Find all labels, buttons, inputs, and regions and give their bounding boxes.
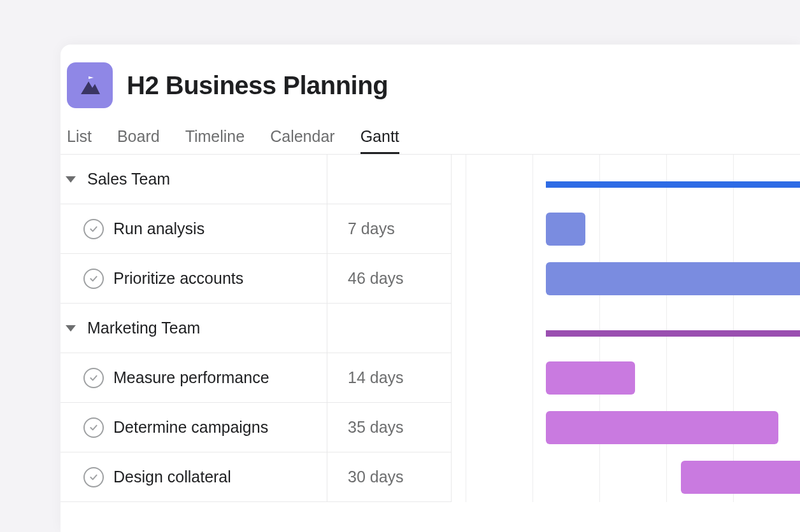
tab-list[interactable]: List xyxy=(67,127,92,154)
gantt-summary-bar[interactable] xyxy=(546,181,800,188)
group-name: Marketing Team xyxy=(87,319,200,337)
mountain-flag-icon xyxy=(77,73,103,98)
task-row[interactable]: Measure performance xyxy=(61,353,327,403)
duration-cell: 14 days xyxy=(327,353,451,403)
task-name: Prioritize accounts xyxy=(113,269,243,288)
duration-cell xyxy=(327,155,451,204)
task-row[interactable]: Run analysis xyxy=(61,204,327,254)
task-name: Run analysis xyxy=(113,220,204,238)
check-circle-icon[interactable] xyxy=(83,368,104,388)
task-name: Design collateral xyxy=(113,468,231,486)
gantt-summary-bar[interactable] xyxy=(546,330,800,337)
tab-board[interactable]: Board xyxy=(117,127,160,154)
task-name: Determine campaigns xyxy=(113,418,268,437)
check-circle-icon[interactable] xyxy=(83,269,104,289)
task-column: Sales Team Run analysis Prioritize accou… xyxy=(61,155,327,502)
task-row[interactable]: Design collateral xyxy=(61,452,327,502)
duration-column: 7 days 46 days 14 days 35 days 30 days xyxy=(327,155,451,502)
gantt-summary-row xyxy=(452,155,800,204)
duration-cell: 7 days xyxy=(327,204,451,254)
tab-gantt[interactable]: Gantt xyxy=(361,127,399,154)
project-card: H2 Business Planning List Board Timeline… xyxy=(61,45,800,532)
group-header-sales[interactable]: Sales Team xyxy=(61,155,327,204)
caret-down-icon xyxy=(66,176,76,183)
project-icon[interactable] xyxy=(67,62,113,108)
duration-cell: 35 days xyxy=(327,403,451,452)
gantt-summary-row xyxy=(452,304,800,353)
gantt-timeline[interactable] xyxy=(451,155,800,502)
tab-timeline[interactable]: Timeline xyxy=(185,127,245,154)
task-name: Measure performance xyxy=(113,368,269,387)
gantt-task-bar[interactable] xyxy=(546,411,778,444)
gantt-task-row xyxy=(452,353,800,403)
gantt-content: Sales Team Run analysis Prioritize accou… xyxy=(61,154,800,502)
gantt-task-row xyxy=(452,403,800,452)
gantt-task-bar[interactable] xyxy=(546,262,800,295)
check-circle-icon[interactable] xyxy=(83,219,104,239)
project-header: H2 Business Planning xyxy=(61,45,800,120)
project-title: H2 Business Planning xyxy=(127,71,388,100)
tab-calendar[interactable]: Calendar xyxy=(270,127,334,154)
caret-down-icon xyxy=(66,325,76,332)
check-circle-icon[interactable] xyxy=(83,417,104,438)
task-row[interactable]: Determine campaigns xyxy=(61,403,327,452)
gantt-task-row xyxy=(452,452,800,502)
group-name: Sales Team xyxy=(87,170,170,188)
gantt-task-row xyxy=(452,254,800,304)
group-header-marketing[interactable]: Marketing Team xyxy=(61,304,327,353)
duration-cell xyxy=(327,304,451,353)
view-tabs: List Board Timeline Calendar Gantt xyxy=(61,120,800,154)
gantt-task-bar[interactable] xyxy=(546,213,585,246)
task-row[interactable]: Prioritize accounts xyxy=(61,254,327,304)
duration-cell: 30 days xyxy=(327,452,451,502)
gantt-task-bar[interactable] xyxy=(681,461,800,494)
gantt-task-row xyxy=(452,204,800,254)
check-circle-icon[interactable] xyxy=(83,467,104,487)
duration-cell: 46 days xyxy=(327,254,451,304)
gantt-task-bar[interactable] xyxy=(546,361,635,395)
